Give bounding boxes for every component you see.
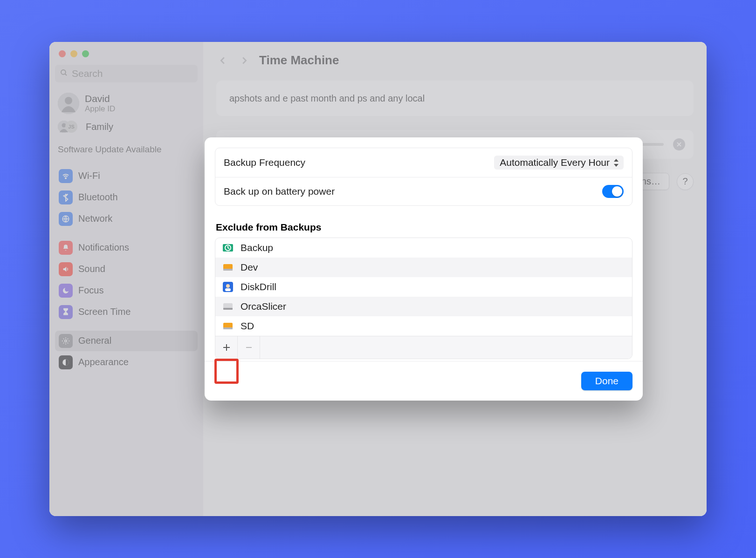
external-drive-icon bbox=[222, 320, 234, 332]
exclude-footer bbox=[215, 336, 632, 359]
exclude-item-name: SD bbox=[241, 320, 254, 332]
backup-frequency-value: Automatically Every Hour bbox=[500, 157, 610, 168]
svg-point-15 bbox=[226, 284, 230, 288]
app-icon bbox=[222, 281, 234, 293]
exclude-item[interactable]: DiskDrill bbox=[215, 277, 632, 297]
sheet-footer: Done bbox=[205, 361, 643, 401]
exclude-title: Exclude from Backups bbox=[216, 222, 632, 233]
backup-frequency-label: Backup Frequency bbox=[224, 157, 305, 168]
backup-frequency-select[interactable]: Automatically Every Hour bbox=[494, 156, 624, 170]
external-drive-icon bbox=[222, 261, 234, 273]
exclude-item-name: DiskDrill bbox=[241, 281, 276, 293]
battery-power-label: Back up on battery power bbox=[224, 186, 335, 197]
remove-exclude-button[interactable] bbox=[238, 336, 260, 359]
exclude-item-name: Dev bbox=[241, 262, 258, 273]
backup-options-group: Backup Frequency Automatically Every Hou… bbox=[215, 148, 632, 206]
external-drive-icon bbox=[222, 300, 234, 313]
backup-frequency-row: Backup Frequency Automatically Every Hou… bbox=[215, 148, 632, 177]
exclude-item[interactable]: Backup bbox=[215, 238, 632, 258]
stepper-icon bbox=[613, 159, 620, 167]
svg-rect-20 bbox=[223, 327, 233, 329]
exclude-item-name: OrcaSlicer bbox=[241, 301, 286, 312]
svg-rect-16 bbox=[225, 288, 231, 291]
exclude-item[interactable]: Dev bbox=[215, 258, 632, 277]
done-button[interactable]: Done bbox=[581, 372, 632, 390]
settings-window: Search David Apple ID JS Family Software… bbox=[49, 42, 707, 516]
svg-rect-18 bbox=[223, 308, 233, 310]
battery-power-toggle[interactable] bbox=[602, 185, 624, 198]
battery-power-row: Back up on battery power bbox=[215, 177, 632, 205]
options-sheet: Backup Frequency Automatically Every Hou… bbox=[205, 137, 643, 401]
exclude-item[interactable]: SD bbox=[215, 316, 632, 336]
exclude-item[interactable]: OrcaSlicer bbox=[215, 297, 632, 316]
timemachine-drive-icon bbox=[222, 242, 234, 254]
exclude-item-name: Backup bbox=[241, 242, 273, 253]
svg-rect-13 bbox=[223, 269, 233, 271]
add-exclude-button[interactable] bbox=[215, 336, 238, 359]
exclude-list: Backup Dev DiskDrill bbox=[215, 238, 632, 359]
